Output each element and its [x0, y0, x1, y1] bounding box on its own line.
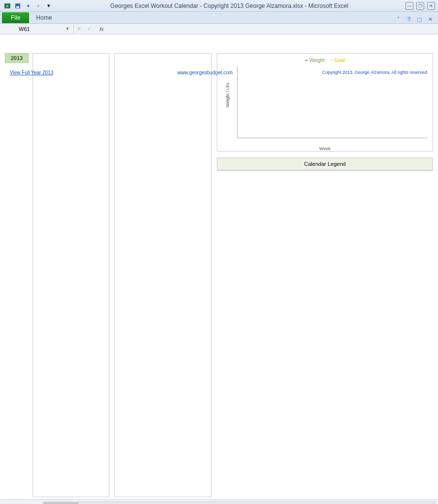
ribbon-opts-icon[interactable]: ▢ — [415, 15, 423, 23]
legend-goal: Goal — [335, 58, 345, 63]
enter-formula-icon[interactable]: ✓ — [84, 26, 95, 32]
undo-icon[interactable] — [24, 1, 33, 10]
ribbon-minimize-icon[interactable]: ˄ — [395, 15, 403, 23]
minimize-icon[interactable]: — — [405, 2, 413, 10]
tab-prev-icon[interactable]: ◀ — [11, 503, 18, 504]
chart-x-label: Week — [319, 146, 331, 151]
save-icon[interactable] — [13, 1, 22, 10]
calendar-legend-box: Calendar Legend — [217, 158, 433, 171]
chart-plot — [237, 66, 428, 138]
ribbon-tabs: File Home ˄ ? ▢ ✕ — [0, 12, 438, 24]
name-box[interactable]: W61 ▼ — [15, 24, 74, 34]
qat-dropdown-icon[interactable]: ▾ — [44, 1, 53, 10]
redo-icon[interactable] — [34, 1, 43, 10]
formula-bar: W61 ▼ ✕ ✓ fx — [0, 24, 438, 34]
legend-weight: Weight — [309, 58, 325, 63]
window-title: Georges Excel Workout Calendar - Copyrig… — [53, 2, 405, 9]
fx-icon[interactable]: fx — [95, 26, 109, 32]
svg-text:X: X — [6, 4, 9, 8]
cancel-formula-icon[interactable]: ✕ — [74, 26, 84, 32]
window-controls: — ❐ ✕ — [405, 2, 435, 10]
weight-table — [114, 53, 212, 497]
excel-icon[interactable]: X — [3, 1, 12, 10]
year-cell: 2013 — [5, 53, 29, 63]
chart-legend: ━ Weight ┄ Goal — [221, 58, 429, 63]
quick-access-toolbar: X ▾ — [3, 1, 53, 10]
month-labels-column: 2013 — [5, 53, 29, 497]
tab-first-icon[interactable]: ⏮ — [3, 503, 10, 504]
restore-icon[interactable]: ❐ — [416, 2, 424, 10]
tab-last-icon[interactable]: ⏭ — [27, 503, 34, 504]
year-calendar — [33, 53, 109, 497]
weight-chart: ━ Weight ┄ Goal Weight / Lbs Week — [217, 53, 433, 152]
tab-nav-arrows: ⏮ ◀ ▶ ⏭ — [3, 503, 34, 504]
title-bar: X ▾ Georges Excel Workout Calendar - Cop… — [0, 0, 438, 12]
name-box-dropdown-icon[interactable]: ▼ — [66, 27, 69, 31]
tab-file[interactable]: File — [2, 12, 29, 23]
ribbon-close-icon[interactable]: ✕ — [426, 15, 434, 23]
tab-next-icon[interactable]: ▶ — [19, 503, 26, 504]
help-icon[interactable]: ? — [405, 16, 412, 23]
chart-y-axis — [220, 68, 235, 138]
name-box-value: W61 — [19, 26, 30, 32]
tab-home[interactable]: Home — [29, 12, 59, 23]
worksheet-area: 2013 ━ Weight ┄ Goal Weight / Lbs Week — [0, 50, 438, 499]
close-icon[interactable]: ✕ — [427, 2, 435, 10]
svg-rect-3 — [16, 6, 19, 8]
view-year-link[interactable]: View Full Year 2013 — [10, 70, 53, 75]
formula-input[interactable] — [109, 24, 438, 34]
legend-title: Calendar Legend — [217, 158, 433, 170]
sheet-tabs-bar: ⏮ ◀ ▶ ⏭ — [0, 499, 438, 504]
horizontal-scrollbar[interactable] — [42, 502, 435, 504]
